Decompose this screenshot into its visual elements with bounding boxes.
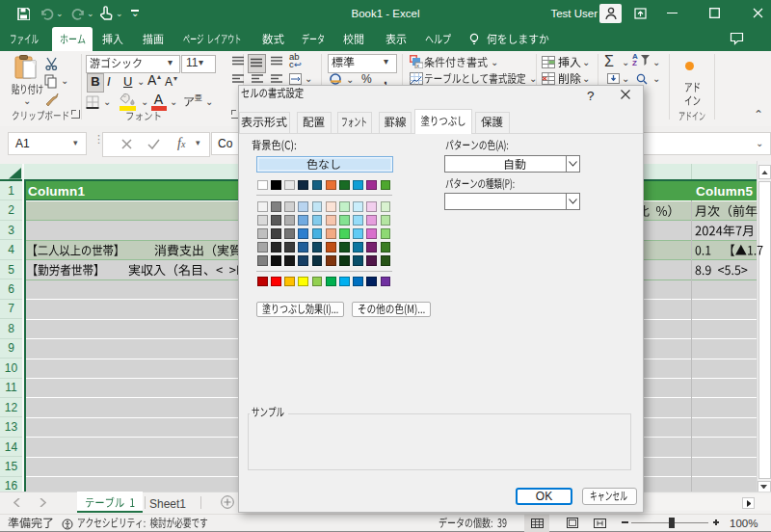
svg-text:x: x <box>416 63 419 68</box>
